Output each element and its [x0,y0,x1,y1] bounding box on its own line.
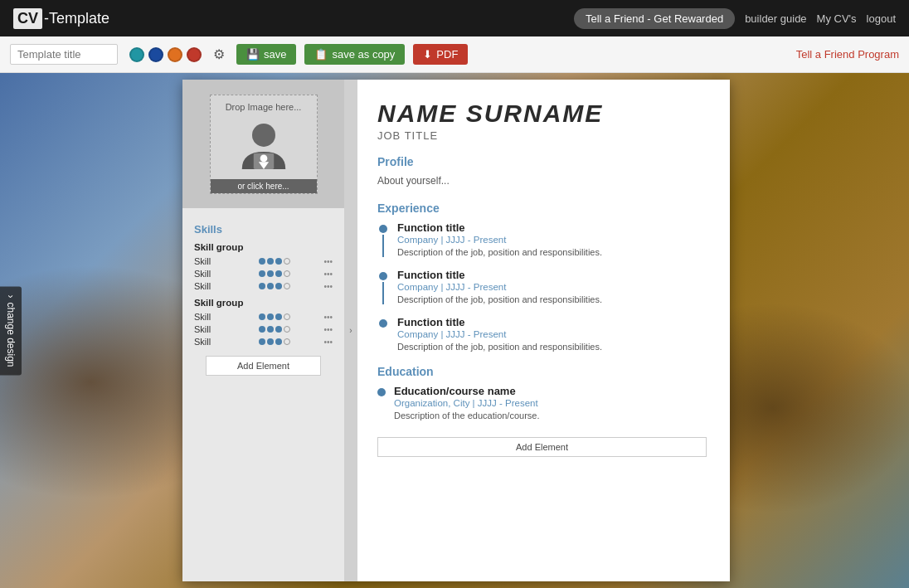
dot-filled [259,258,265,265]
dot-filled [267,338,274,345]
cv-left-content: Skills Skill group Skill ••• [182,208,344,581]
dot-filled [259,313,265,320]
pdf-button[interactable]: ⬇ PDF [413,44,468,65]
exp-content-3: Function title Company | JJJJ - Present … [397,316,707,352]
timeline-2 [377,269,389,304]
skill-more-icon: ••• [323,282,333,291]
dot-filled [275,326,282,333]
dot-filled [259,283,265,289]
add-element-left-button[interactable]: Add Element [206,356,321,376]
exp-company-3: Company | JJJJ - Present [397,329,707,339]
dot-empty [284,326,290,333]
dot-filled [275,338,282,345]
timeline-dot-3 [379,319,387,328]
photo-area[interactable]: Drop Image here... or click here... [182,80,344,208]
exp-desc-1: Description of the job, position and res… [397,247,707,257]
header-nav: Tell a Friend - Get Rewarded builder gui… [574,8,896,29]
skill-more-icon: ••• [323,270,333,279]
skill-more-icon: ••• [323,257,333,266]
color-dot-orange[interactable] [168,47,182,62]
nav-logout-link[interactable]: logout [867,12,896,25]
timeline-line-1 [382,235,384,257]
dot-filled [259,270,265,277]
cv-left-panel: Drop Image here... or click here... Skil… [182,80,344,581]
color-dot-blue[interactable] [148,47,163,62]
experience-item-1: Function title Company | JJJJ - Present … [377,221,707,257]
save-button[interactable]: 💾 save [236,44,296,65]
skill-dots [259,283,290,289]
dot-empty [284,313,290,320]
cv-right-panel: NAME SURNAME JOB TITLE Profile About you… [357,80,730,581]
experience-section-title: Experience [377,202,707,215]
pdf-icon: ⬇ [423,48,432,61]
tell-friend-header-button[interactable]: Tell a Friend - Get Rewarded [574,8,735,29]
dot-empty [284,258,290,265]
photo-placeholder[interactable]: Drop Image here... or click here... [210,95,318,194]
exp-company-2: Company | JJJJ - Present [397,282,707,292]
nav-builder-guide-link[interactable]: builder guide [745,12,806,25]
person-placeholder-icon [235,117,293,175]
nav-my-cvs-link[interactable]: My CV's [817,12,857,25]
add-element-right-button[interactable]: Add Element [377,437,707,457]
profile-section-title: Profile [377,155,707,168]
dot-empty [284,338,290,345]
exp-company-1: Company | JJJJ - Present [397,235,707,245]
dot-filled [275,283,282,289]
edu-desc-1: Description of the education/course. [394,411,707,420]
timeline-dot-1 [379,225,387,233]
skill-name: Skill [194,281,227,291]
skill-name: Skill [194,312,227,322]
timeline-dot-2 [379,272,387,280]
tell-friend-toolbar-link[interactable]: Tell a Friend Program [796,48,899,61]
app-logo: CV -Template [13,8,109,29]
education-section-title: Education [377,365,707,378]
skill-dots [259,270,290,277]
skill-dots [259,326,290,333]
logo-cv: CV [13,8,42,29]
timeline-1 [377,221,389,257]
dot-filled [267,283,274,289]
dot-filled [259,326,265,333]
edu-name-1: Education/course name [394,385,707,397]
save-icon: 💾 [246,48,260,61]
skill-row: Skill ••• [194,312,333,322]
experience-item-3: Function title Company | JJJJ - Present … [377,316,707,352]
experience-item-2: Function title Company | JJJJ - Present … [377,269,707,304]
svg-point-2 [260,154,267,162]
skill-name: Skill [194,337,227,347]
cv-preview: Drop Image here... or click here... Skil… [182,80,730,581]
skill-dots [259,338,290,345]
skill-name: Skill [194,256,227,266]
logo-template: -Template [44,10,109,27]
template-title-input[interactable] [10,44,118,65]
exp-title-1: Function title [397,221,707,234]
toolbar: ⚙ 💾 save 📋 save as copy ⬇ PDF Tell a Fri… [0,36,909,73]
edu-org-1: Organization, City | JJJJ - Present [394,398,707,408]
click-here-text: or click here... [211,179,317,193]
copy-icon: 📋 [314,48,328,61]
skill-name: Skill [194,269,227,279]
edu-dot-1 [377,388,386,396]
change-design-label: change design [5,302,17,367]
color-dot-teal[interactable] [129,47,144,62]
change-design-tab[interactable]: › change design [0,286,22,375]
skill-group-1-items: Skill ••• Skill [194,256,333,291]
timeline-3 [377,316,389,352]
dot-filled [267,270,274,277]
skill-row: Skill ••• [194,337,333,347]
cv-panel-divider[interactable]: › [344,80,357,581]
color-dot-red[interactable] [187,47,202,62]
skill-row: Skill ••• [194,269,333,279]
settings-button[interactable]: ⚙ [210,45,228,64]
skills-section-title: Skills [194,223,333,236]
skill-group-2-title: Skill group [194,298,333,308]
edu-content-1: Education/course name Organization, City… [394,385,707,420]
timeline-line-2 [382,282,384,304]
exp-title-3: Function title [397,316,707,328]
app-header: CV -Template Tell a Friend - Get Rewarde… [0,0,909,36]
main-area: › change design Drop Image here... [0,73,909,588]
svg-point-0 [252,123,275,146]
save-as-copy-button[interactable]: 📋 save as copy [304,44,405,65]
skill-group-2-items: Skill ••• Skill [194,312,333,347]
color-selector [129,47,202,62]
